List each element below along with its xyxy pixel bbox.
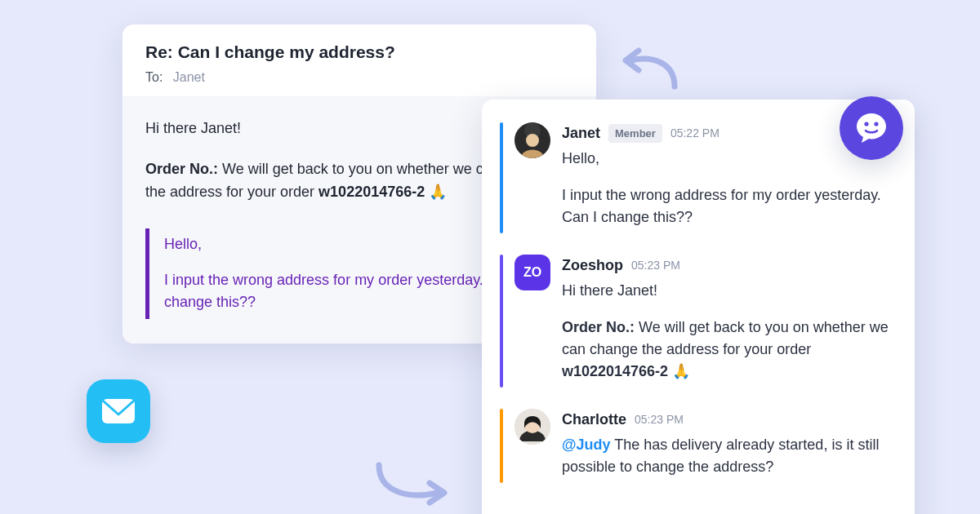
chat-message: Charlotte 05:23 PM @Judy The has deliver…	[500, 409, 893, 483]
message-content: Charlotte 05:23 PM @Judy The has deliver…	[562, 409, 893, 483]
order-number: w1022014766-2	[562, 363, 668, 379]
order-no-label: Order No.:	[562, 319, 635, 335]
email-to-value: Janet	[173, 70, 205, 84]
svg-point-7	[874, 122, 878, 126]
msg-order-line: Order No.: We will get back to you on wh…	[562, 317, 893, 383]
message-body: @Judy The has delivery already started, …	[562, 434, 893, 478]
msg-line: Hello,	[562, 148, 893, 170]
msg-greeting: Hi there Janet!	[562, 280, 893, 302]
sender-name: Zoeshop	[562, 255, 623, 277]
timestamp: 05:22 PM	[670, 125, 719, 142]
mail-app-icon	[87, 379, 150, 443]
msg-line: @Judy The has delivery already started, …	[562, 434, 893, 478]
chat-app-icon	[840, 96, 903, 160]
order-no-label: Order No.:	[145, 161, 218, 177]
msg-line: I input the wrong address for my order y…	[562, 184, 893, 228]
forward-arrow-icon	[369, 457, 459, 509]
message-content: Zoeshop 05:23 PM Hi there Janet! Order N…	[562, 255, 893, 388]
svg-point-2	[526, 134, 539, 147]
timestamp: 05:23 PM	[635, 411, 684, 428]
timestamp: 05:23 PM	[631, 257, 680, 274]
email-header: Re: Can I change my address? To: Janet	[122, 24, 596, 96]
stage: Re: Can I change my address? To: Janet H…	[0, 0, 980, 514]
email-to-line: To: Janet	[145, 70, 573, 85]
email-to-label: To:	[145, 70, 163, 84]
chat-message: ZO Zoeshop 05:23 PM Hi there Janet! Orde…	[500, 255, 893, 388]
pray-emoji: 🙏	[672, 363, 690, 379]
mention[interactable]: @Judy	[562, 436, 611, 453]
message-body: Hello, I input the wrong address for my …	[562, 148, 893, 228]
message-meta: Zoeshop 05:23 PM	[562, 255, 893, 277]
pray-emoji: 🙏	[429, 184, 447, 200]
message-body: Hi there Janet! Order No.: We will get b…	[562, 280, 893, 383]
chat-message: Janet Member 05:22 PM Hello, I input the…	[500, 122, 893, 233]
sender-name: Charlotte	[562, 409, 626, 431]
accent-bar	[500, 255, 503, 388]
accent-bar	[500, 409, 503, 483]
avatar-zoeshop: ZO	[514, 255, 550, 290]
message-meta: Charlotte 05:23 PM	[562, 409, 893, 431]
order-number: w1022014766-2	[318, 184, 425, 200]
svg-point-6	[864, 122, 868, 126]
svg-rect-5	[102, 399, 135, 423]
reply-arrow-icon	[611, 44, 684, 96]
chat-card: Janet Member 05:22 PM Hello, I input the…	[482, 100, 915, 514]
member-badge: Member	[608, 124, 662, 144]
sender-name: Janet	[562, 122, 600, 144]
avatar-charlotte	[514, 409, 550, 445]
accent-bar	[500, 122, 503, 233]
email-subject: Re: Can I change my address?	[145, 42, 573, 62]
avatar-initials: ZO	[523, 265, 541, 280]
avatar-janet	[514, 122, 550, 158]
